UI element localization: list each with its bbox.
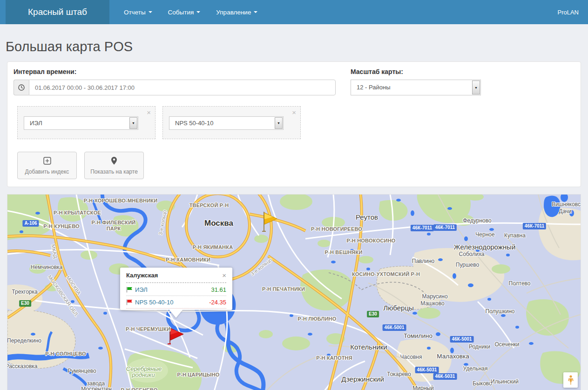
- show-on-map-button[interactable]: Показать на карте: [84, 152, 144, 179]
- caret-down-icon: [196, 11, 200, 13]
- index-select-iel-value: ИЭЛ: [30, 120, 42, 127]
- interval-label: Интервал времени:: [14, 68, 336, 75]
- chevron-down-icon[interactable]: ▼: [275, 117, 283, 129]
- nav-events-label: События: [168, 9, 194, 16]
- close-icon[interactable]: ×: [292, 108, 296, 117]
- nav-reports[interactable]: Отчеты: [116, 0, 160, 24]
- page-title: Большая карта POS: [6, 39, 581, 54]
- chevron-down-icon[interactable]: ▼: [129, 117, 137, 129]
- show-on-map-label: Показать на карте: [90, 168, 138, 175]
- app-brand[interactable]: Красный штаб: [6, 0, 109, 24]
- nav-reports-label: Отчеты: [124, 9, 146, 16]
- map-canvas: [7, 195, 581, 390]
- filters-panel: Интервал времени: Масштаб карты: 12 - Ра…: [7, 61, 581, 187]
- map-popup: Калужская × ИЭЛ 31.61: [120, 268, 232, 310]
- index-select-iel[interactable]: ИЭЛ ▼: [24, 116, 138, 130]
- caret-down-icon: [149, 11, 152, 13]
- scale-select-value: 12 - Районы: [357, 84, 391, 91]
- close-icon[interactable]: ×: [222, 272, 226, 279]
- popup-index-value: -24.35: [209, 299, 226, 306]
- navbar: Красный штаб Отчеты События Управление P…: [0, 0, 588, 24]
- popup-row-nps: NPS 50-40-10 -24.35: [126, 296, 226, 309]
- close-icon[interactable]: ×: [147, 108, 151, 117]
- popup-title: Калужская: [126, 272, 158, 279]
- interval-input[interactable]: [29, 80, 336, 95]
- index-box-nps: × NPS 50-40-10 ▼: [162, 106, 301, 139]
- nav-events[interactable]: События: [160, 0, 209, 24]
- chevron-down-icon[interactable]: ▼: [472, 81, 480, 94]
- popup-tail: [169, 310, 182, 318]
- nav-management[interactable]: Управление: [208, 0, 265, 24]
- popup-row-iel: ИЭЛ 31.61: [126, 283, 226, 296]
- scale-label: Масштаб карты:: [351, 68, 481, 75]
- index-box-iel: × ИЭЛ ▼: [17, 106, 155, 139]
- popup-index-label[interactable]: NPS 50-40-10: [135, 299, 173, 306]
- map-panel: Р-Н ХОРОШЕВО-МНЕВНИКИТВЕРСКОЙ Р-НР-Н КРЫ…: [7, 194, 581, 390]
- nav-management-label: Управление: [216, 9, 251, 16]
- nav-prolan[interactable]: ProLAN: [557, 0, 588, 24]
- pegman-icon: [568, 375, 574, 385]
- green-flag-icon: [126, 287, 133, 293]
- index-select-nps[interactable]: NPS 50-40-10 ▼: [169, 116, 284, 130]
- map[interactable]: Р-Н ХОРОШЕВО-МНЕВНИКИТВЕРСКОЙ Р-НР-Н КРЫ…: [7, 195, 581, 390]
- main-menu: Отчеты События Управление: [116, 0, 265, 24]
- plus-square-icon: [43, 156, 52, 167]
- index-select-nps-value: NPS 50-40-10: [175, 120, 213, 127]
- map-pin-icon: [110, 156, 118, 167]
- pegman-control[interactable]: [563, 372, 578, 388]
- scale-select[interactable]: 12 - Районы ▼: [351, 80, 481, 95]
- popup-index-label[interactable]: ИЭЛ: [135, 286, 148, 293]
- add-index-label: Добавить индекс: [25, 168, 69, 175]
- popup-separator: [126, 282, 226, 283]
- caret-down-icon: [254, 11, 257, 13]
- add-index-button[interactable]: Добавить индекс: [17, 152, 77, 179]
- clock-icon: [14, 80, 29, 95]
- popup-index-value: 31.61: [211, 286, 226, 293]
- red-flag-icon: [126, 299, 133, 305]
